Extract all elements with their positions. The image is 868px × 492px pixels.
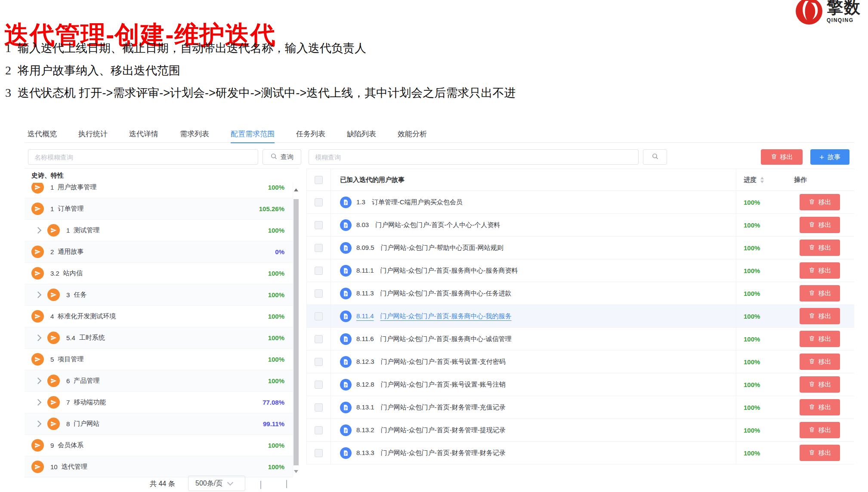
epic-row[interactable]: 4标准化开发测试环境100% <box>25 306 299 327</box>
query-button[interactable]: 查询 <box>263 149 301 165</box>
epic-row[interactable]: 1订单管理105.26% <box>25 198 299 220</box>
row-checkbox[interactable] <box>315 335 323 343</box>
row-checkbox[interactable] <box>315 312 323 320</box>
row-checkbox[interactable] <box>315 221 323 229</box>
epic-row[interactable]: 1测试管理100% <box>25 220 299 241</box>
row-checkbox[interactable] <box>315 381 323 389</box>
story-row[interactable]: 8.12.8门户网站-众包门户-首页-账号设置-账号注销100%移出 <box>307 373 854 396</box>
remove-story-button[interactable]: 移出 <box>800 308 840 324</box>
next-page-button[interactable] <box>286 481 287 489</box>
remove-story-button[interactable]: 移出 <box>800 217 840 233</box>
story-link[interactable]: 8.12.3门户网站-众包门户-首页-账号设置-支付密码 <box>356 358 506 366</box>
fuzzy-search-button[interactable] <box>643 149 667 165</box>
remove-story-button[interactable]: 移出 <box>800 240 840 256</box>
remove-story-button[interactable]: 移出 <box>800 354 840 370</box>
expand-caret-icon[interactable] <box>35 227 42 234</box>
remove-story-button[interactable]: 移出 <box>800 445 840 461</box>
tab-item[interactable]: 执行统计 <box>78 126 108 142</box>
page-size-select[interactable]: 500条/页 <box>188 476 245 491</box>
story-link[interactable]: 8.13.3门户网站-众包门户-首页-财务管理-财务记录 <box>356 449 506 457</box>
expand-caret-icon[interactable] <box>35 399 42 406</box>
story-row[interactable]: 8.11.1门户网站-众包门户-首页-服务商中心-服务商资料100%移出 <box>307 259 854 282</box>
story-link[interactable]: 8.13.1门户网站-众包门户-首页-财务管理-充值记录 <box>356 403 506 412</box>
row-checkbox[interactable] <box>315 449 323 457</box>
row-checkbox[interactable] <box>315 358 323 366</box>
story-link[interactable]: 8.11.6门户网站-众包门户-首页-服务商中心-诚信管理 <box>356 335 512 343</box>
fuzzy-search-input[interactable] <box>309 149 639 165</box>
row-checkbox-cell <box>307 282 331 304</box>
add-story-label: 故事 <box>828 153 840 161</box>
tab-item[interactable]: 效能分析 <box>398 126 427 142</box>
epic-row[interactable]: 1用户故事管理100% <box>25 183 299 198</box>
epic-row[interactable]: 3.2站内信100% <box>25 263 299 284</box>
expand-caret-icon[interactable] <box>35 378 42 384</box>
epic-code: 7 <box>66 399 70 406</box>
epic-row[interactable]: 5项目管理100% <box>25 349 299 370</box>
prev-page-button[interactable] <box>260 481 261 489</box>
name-search-input[interactable] <box>28 149 258 165</box>
story-link[interactable]: 8.03门户网站-众包门户-首页-个人中心-个人资料 <box>356 221 500 229</box>
story-row[interactable]: 8.13.3门户网站-众包门户-首页-财务管理-财务记录100%移出 <box>307 442 854 464</box>
story-row[interactable]: 8.12.3门户网站-众包门户-首页-账号设置-支付密码100%移出 <box>307 351 854 373</box>
story-link[interactable]: 8.11.1门户网站-众包门户-首页-服务商中心-服务商资料 <box>356 267 518 275</box>
story-row[interactable]: 1.3订单管理-C端用户购买众包会员100%移出 <box>307 191 854 214</box>
scroll-up-button[interactable] <box>293 185 299 194</box>
scroll-down-button[interactable] <box>293 467 299 476</box>
epic-row[interactable]: 3任务100% <box>25 284 299 306</box>
story-link[interactable]: 1.3订单管理-C端用户购买众包会员 <box>356 198 463 206</box>
story-action-cell: 移出 <box>794 445 854 461</box>
epic-row[interactable]: 2通用故事0% <box>25 241 299 263</box>
tab-active[interactable]: 配置需求范围 <box>231 126 275 143</box>
scrollbar-thumb[interactable] <box>293 199 299 465</box>
story-row[interactable]: 8.11.6门户网站-众包门户-首页-服务商中心-诚信管理100%移出 <box>307 328 854 351</box>
remove-story-button[interactable]: 移出 <box>800 194 840 210</box>
remove-story-button[interactable]: 移出 <box>800 331 840 347</box>
epic-code: 5.4 <box>66 334 75 341</box>
story-row[interactable]: 8.09.5门户网站-众包门户-帮助中心页面-网站规则100%移出 <box>307 237 854 259</box>
story-link[interactable]: 8.13.2门户网站-众包门户-首页-财务管理-提现记录 <box>356 426 506 434</box>
story-row[interactable]: 8.11.3门户网站-众包门户-首页-服务商中心-任务进款100%移出 <box>307 282 854 305</box>
epic-row[interactable]: 7移动端功能77.08% <box>25 392 299 413</box>
story-link[interactable]: 8.11.3门户网站-众包门户-首页-服务商中心-任务进款 <box>356 289 512 298</box>
expand-caret-icon[interactable] <box>35 292 42 298</box>
story-row[interactable]: 8.11.4门户网站-众包门户-首页-服务商中心-我的服务100%移出 <box>307 305 854 328</box>
remove-story-button[interactable]: 移出 <box>800 422 840 438</box>
story-row[interactable]: 8.13.1门户网站-众包门户-首页-财务管理-充值记录100%移出 <box>307 396 854 419</box>
sort-icon[interactable] <box>760 177 764 183</box>
epic-row[interactable]: 6产品管理100% <box>25 370 299 392</box>
remove-story-button[interactable]: 移出 <box>800 262 840 279</box>
epic-row[interactable]: 8门户网站99.11% <box>25 413 299 435</box>
story-link[interactable]: 8.09.5门户网站-众包门户-帮助中心页面-网站规则 <box>356 244 504 252</box>
story-row[interactable]: 8.03门户网站-众包门户-首页-个人中心-个人资料100%移出 <box>307 214 854 237</box>
select-all-checkbox[interactable] <box>315 176 323 184</box>
remove-story-button[interactable]: 移出 <box>800 376 840 393</box>
row-checkbox[interactable] <box>315 426 323 434</box>
tab-item[interactable]: 需求列表 <box>180 126 209 142</box>
remove-story-button[interactable]: 移出 <box>800 285 840 301</box>
row-checkbox[interactable] <box>315 198 323 206</box>
epic-row[interactable]: 9会员体系100% <box>25 435 299 456</box>
row-checkbox[interactable] <box>315 267 323 275</box>
tab-item[interactable]: 任务列表 <box>296 126 325 142</box>
column-story-label: 已加入迭代的用户故事 <box>340 176 405 184</box>
epic-row[interactable]: 10迭代管理100% <box>25 456 299 477</box>
epic-row[interactable]: 5.4工时系统100% <box>25 327 299 349</box>
story-link[interactable]: 8.12.8门户网站-众包门户-首页-账号设置-账号注销 <box>356 381 506 389</box>
expand-caret-icon[interactable] <box>35 335 42 341</box>
story-code: 8.11.1 <box>356 267 380 274</box>
remove-story-button[interactable]: 移出 <box>800 399 840 415</box>
story-row[interactable]: 8.13.2门户网站-众包门户-首页-财务管理-提现记录100%移出 <box>307 419 854 442</box>
tab-item[interactable]: 迭代详情 <box>129 126 158 142</box>
remove-selected-button[interactable]: 移出 <box>761 149 803 165</box>
story-code: 8.13.1 <box>356 403 381 411</box>
epic-progress: 0% <box>275 248 284 255</box>
tab-item[interactable]: 缺陷列表 <box>347 126 376 142</box>
row-checkbox[interactable] <box>315 289 323 298</box>
story-code: 8.11.6 <box>356 335 380 342</box>
row-checkbox[interactable] <box>315 244 323 252</box>
story-link[interactable]: 8.11.4门户网站-众包门户-首页-服务商中心-我的服务 <box>356 312 512 320</box>
expand-caret-icon[interactable] <box>35 421 42 427</box>
tab-item[interactable]: 迭代概览 <box>28 126 57 142</box>
row-checkbox[interactable] <box>315 403 323 412</box>
add-story-button[interactable]: + 故事 <box>810 149 849 165</box>
